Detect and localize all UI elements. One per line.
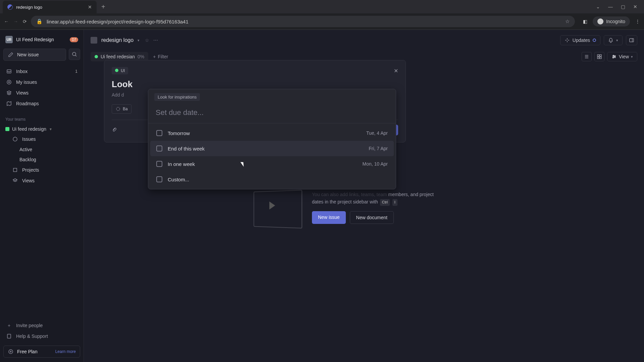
incognito-icon xyxy=(597,18,603,24)
workspace-avatar: UR xyxy=(5,36,13,43)
updates-button[interactable]: Updates xyxy=(560,35,600,45)
due-date-option-date: Tue, 4 Apr xyxy=(366,130,388,136)
svg-point-3 xyxy=(8,81,10,83)
svg-rect-6 xyxy=(7,334,11,338)
teams-section-label: Your teams xyxy=(3,116,80,123)
empty-state-text: You can also add links, teams, team memb… xyxy=(312,191,446,206)
calendar-icon xyxy=(156,176,162,182)
chevron-down-icon[interactable]: ▾ xyxy=(138,38,140,43)
list-icon xyxy=(584,54,589,59)
due-date-option-label: Custom... xyxy=(168,177,189,182)
svg-rect-10 xyxy=(600,55,601,56)
project-icon xyxy=(91,37,97,44)
learn-more-link[interactable]: Learn more xyxy=(55,349,76,354)
toggle-sidebar-button[interactable] xyxy=(626,35,637,45)
pulse-dot-icon xyxy=(593,39,596,42)
team-color-icon xyxy=(5,127,9,131)
chevron-down-icon: ▾ xyxy=(631,55,633,59)
empty-new-document-button[interactable]: New document xyxy=(350,211,394,224)
search-icon xyxy=(72,52,77,57)
calendar-icon xyxy=(156,161,162,167)
list-view-button[interactable] xyxy=(582,52,592,61)
plus-circle-icon xyxy=(8,349,14,355)
bookmark-star-icon[interactable]: ☆ xyxy=(565,18,570,24)
modal-team-pill[interactable]: UI xyxy=(112,67,128,74)
box-icon xyxy=(12,167,18,173)
workspace-switcher[interactable]: UR UI Feed Redesign D7 xyxy=(3,35,80,45)
chevron-down-icon: ▾ xyxy=(616,38,618,43)
inbox-icon xyxy=(6,68,12,74)
issue-title-input[interactable]: Look xyxy=(112,79,398,89)
tab-close-icon[interactable]: ✕ xyxy=(88,4,92,10)
svg-rect-11 xyxy=(597,57,599,59)
add-filter-button[interactable]: + Filter xyxy=(153,54,168,59)
project-title[interactable]: redesign logo xyxy=(101,37,133,43)
due-date-search-input[interactable]: Set due date... xyxy=(148,105,396,123)
incognito-indicator[interactable]: Incognito xyxy=(593,16,630,26)
team-row[interactable]: Ui feed redesign ▼ xyxy=(3,124,80,134)
nav-issues[interactable]: Issues xyxy=(3,134,80,144)
new-issue-button[interactable]: New issue xyxy=(3,49,66,61)
due-date-option-date: Mon, 10 Apr xyxy=(363,161,388,167)
minimize-button[interactable]: ― xyxy=(608,4,613,9)
due-date-option[interactable]: TomorrowTue, 4 Apr xyxy=(150,125,394,141)
nav-team-views[interactable]: Views xyxy=(3,175,80,186)
edit-icon xyxy=(8,52,14,58)
attachment-button[interactable] xyxy=(112,127,117,133)
window-close-button[interactable]: ✕ xyxy=(633,4,637,9)
due-date-option-label: End of this week xyxy=(168,146,205,152)
nav-views[interactable]: Views xyxy=(3,87,80,98)
notifications-button[interactable]: ▾ xyxy=(604,35,623,45)
star-button[interactable]: ☆ xyxy=(145,38,149,43)
svg-point-16 xyxy=(116,107,120,111)
sliders-icon xyxy=(611,54,617,59)
back-button[interactable]: ← xyxy=(4,19,9,24)
extensions-icon[interactable]: ◧ xyxy=(583,19,587,24)
calendar-icon xyxy=(156,130,162,136)
due-date-popover: Look for inspirations Set due date... To… xyxy=(148,89,396,189)
calendar-icon xyxy=(156,145,162,152)
nav-roadmaps[interactable]: Roadmaps xyxy=(3,98,80,109)
help-support-button[interactable]: Help & Support xyxy=(3,331,80,342)
kbd-ctrl: Ctrl xyxy=(380,199,390,206)
bell-icon xyxy=(608,38,613,43)
due-date-option[interactable]: Custom... xyxy=(150,172,394,187)
nav-active[interactable]: Active xyxy=(3,144,80,155)
board-view-button[interactable] xyxy=(594,52,604,61)
forward-button[interactable]: → xyxy=(13,19,18,24)
due-date-option[interactable]: End of this weekFri, 7 Apr xyxy=(150,141,394,156)
team-color-icon xyxy=(95,55,98,58)
invite-people-button[interactable]: + Invite people xyxy=(3,320,80,331)
empty-state-illustration xyxy=(254,190,302,229)
panel-right-icon xyxy=(629,38,634,43)
view-options-button[interactable]: View ▾ xyxy=(607,52,637,61)
svg-point-4 xyxy=(13,137,17,141)
maximize-button[interactable]: ▢ xyxy=(621,4,625,9)
due-date-option[interactable]: In one weekMon, 10 Apr xyxy=(150,156,394,172)
create-issue-modal: UI ✕ Look Add d Ba ssue Lo xyxy=(104,60,406,142)
plan-pill[interactable]: Free Plan Learn more xyxy=(3,346,80,358)
search-button[interactable] xyxy=(69,49,80,60)
circle-dashed-icon xyxy=(12,136,18,142)
due-date-option-date: Fri, 7 Apr xyxy=(369,146,388,151)
tabs-dropdown-icon[interactable]: ⌄ xyxy=(596,4,600,9)
chevron-down-icon: ▼ xyxy=(49,127,52,131)
svg-rect-9 xyxy=(597,55,599,56)
address-bar[interactable]: 🔒 linear.app/ui-feed-redesign/project/re… xyxy=(31,16,575,27)
empty-new-issue-button[interactable]: New issue xyxy=(312,211,346,224)
nav-inbox[interactable]: Inbox 1 xyxy=(3,66,80,77)
browser-menu-icon[interactable]: ⋮ xyxy=(635,19,640,24)
svg-point-15 xyxy=(612,57,613,58)
more-button[interactable]: ⋯ xyxy=(153,38,158,43)
nav-projects[interactable]: Projects xyxy=(3,165,80,175)
new-tab-button[interactable]: + xyxy=(101,3,105,11)
nav-my-issues[interactable]: My issues xyxy=(3,77,80,87)
status-pill[interactable]: Ba xyxy=(112,104,131,114)
nav-backlog[interactable]: Backlog xyxy=(3,155,80,165)
reload-button[interactable]: ⟳ xyxy=(23,19,27,24)
browser-tab[interactable]: redesign logo ✕ xyxy=(3,1,97,13)
workspace-name: UI Feed Redesign xyxy=(16,37,54,42)
modal-close-button[interactable]: ✕ xyxy=(394,68,398,74)
due-date-option-label: In one week xyxy=(168,161,195,167)
svg-rect-12 xyxy=(600,57,601,59)
